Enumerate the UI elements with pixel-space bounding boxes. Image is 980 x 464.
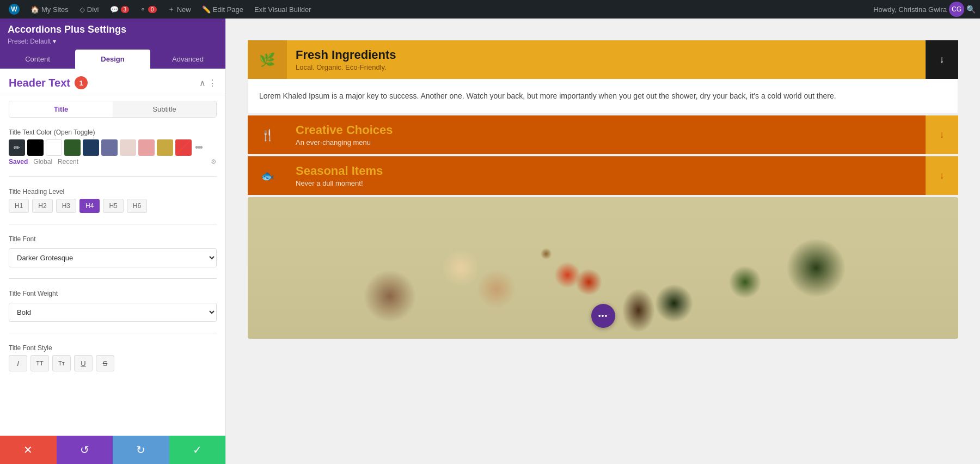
color-settings-icon[interactable]: ⚙	[211, 158, 217, 166]
cancel-button[interactable]: ✕	[0, 436, 57, 464]
accordion-item-2: 🍴 Creative Choices An ever-changing menu…	[248, 115, 958, 154]
section-title-text: Header Text	[9, 77, 70, 89]
heading-level-section: Title Heading Level H1 H2 H3 H4 H5 H6	[0, 182, 225, 218]
accordion-text-1: Fresh Ingredients Local. Organic. Eco-Fr…	[287, 40, 926, 79]
color-tab-saved[interactable]: Saved	[9, 158, 28, 166]
undo-button[interactable]: ↺	[57, 436, 113, 464]
font-weight-label: Title Font Weight	[9, 290, 217, 297]
bubble-menu[interactable]: ⚬ 0	[136, 0, 161, 19]
accordion-toggle-2[interactable]: ↓	[926, 115, 958, 154]
accordion-text-3: Seasonal Items Never a dull moment!	[287, 156, 926, 195]
eyedropper-icon: ✏	[14, 143, 20, 152]
panel-header: Accordions Plus Settings Preset: Default…	[0, 19, 225, 50]
exit-builder-button[interactable]: Exit Visual Builder	[250, 0, 316, 19]
uppercase-button[interactable]: TT	[30, 355, 49, 371]
accordion-text-2: Creative Choices An ever-changing menu	[287, 115, 926, 154]
panel-preset[interactable]: Preset: Default ▾	[8, 38, 218, 45]
toggle-icon-2: ↓	[940, 129, 945, 141]
swatch-clear[interactable]	[175, 139, 192, 156]
accordion-title-2: Creative Choices	[296, 123, 917, 137]
toggle-icon-3: ↓	[940, 170, 945, 181]
divi-icon: ◇	[79, 5, 85, 14]
sub-tabs: Title Subtitle	[9, 101, 217, 118]
heading-h3[interactable]: H3	[56, 199, 76, 213]
tab-advanced[interactable]: Advanced	[150, 50, 225, 69]
plus-icon: ＋	[168, 4, 175, 14]
edit-page-link[interactable]: ✏️ Edit Page	[198, 0, 248, 19]
accordion-item-1: 🌿 Fresh Ingredients Local. Organic. Eco-…	[248, 40, 958, 113]
font-select[interactable]: Darker Grotesque	[9, 248, 217, 267]
font-weight-select[interactable]: Bold	[9, 303, 217, 322]
accordion-subtitle-3: Never a dull moment!	[296, 179, 917, 187]
swatch-black[interactable]	[27, 139, 44, 156]
strikethrough-button[interactable]: S	[96, 355, 114, 371]
underline-button[interactable]: U	[74, 355, 93, 371]
heading-h1[interactable]: H1	[9, 199, 29, 213]
section-header: Header Text 1 ∧ ⋮	[0, 69, 225, 95]
swatch-light-pink[interactable]	[120, 139, 136, 156]
tab-content[interactable]: Content	[0, 50, 75, 69]
sub-tab-subtitle[interactable]: Subtitle	[113, 101, 216, 117]
settings-panel: Accordions Plus Settings Preset: Default…	[0, 19, 226, 464]
wp-admin-bar: W 🏠 My Sites ◇ Divi 💬 3 ⚬ 0 ＋ New ✏️ Edi…	[0, 0, 980, 19]
eyedropper-swatch[interactable]: ✏	[9, 139, 25, 156]
divider	[9, 176, 217, 177]
wp-logo[interactable]: W	[4, 0, 24, 19]
save-button[interactable]: ✓	[169, 436, 226, 464]
color-field-label: Title Text Color (Open Toggle)	[9, 129, 217, 136]
search-button[interactable]: 🔍	[966, 5, 976, 14]
divi-menu[interactable]: ◇ Divi	[75, 0, 103, 19]
swatch-white[interactable]	[46, 139, 62, 156]
user-avatar[interactable]: CG	[949, 2, 964, 17]
main-layout: Accordions Plus Settings Preset: Default…	[0, 19, 980, 464]
howdy-text: Howdy, Christina Gwira	[873, 5, 947, 14]
pencil-icon: ✏️	[202, 5, 211, 14]
floating-action-button[interactable]	[591, 304, 615, 328]
heading-levels: H1 H2 H3 H4 H5 H6	[9, 199, 217, 213]
color-tab-global[interactable]: Global	[33, 158, 52, 166]
comments-badge: 3	[121, 6, 130, 13]
comments-menu[interactable]: 💬 3	[106, 0, 134, 19]
collapse-section-button[interactable]: ∧	[199, 78, 206, 88]
swatch-gold[interactable]	[157, 139, 173, 156]
heading-h5[interactable]: H5	[103, 199, 123, 213]
section-actions: ∧ ⋮	[199, 78, 217, 88]
capitalize-button[interactable]: Tт	[52, 355, 71, 371]
accordion-toggle-1[interactable]: ↓	[926, 40, 958, 79]
accordion-header-3[interactable]: 🐟 Seasonal Items Never a dull moment! ↓	[248, 156, 958, 195]
font-style-buttons: I TT Tт U S	[9, 355, 217, 371]
redo-icon: ↻	[136, 443, 145, 456]
divider3	[9, 278, 217, 279]
toggle-icon-1: ↓	[940, 54, 945, 65]
tab-design[interactable]: Design	[75, 50, 150, 69]
accordion-icon-1: 🌿	[248, 40, 287, 79]
redo-button[interactable]: ↻	[113, 436, 169, 464]
bottom-action-bar: ✕ ↺ ↻ ✓	[0, 436, 225, 464]
accordion-icon-2: 🍴	[248, 115, 287, 154]
color-tab-recent[interactable]: Recent	[58, 158, 78, 166]
swatch-dark-green[interactable]	[64, 139, 81, 156]
undo-icon: ↺	[80, 443, 89, 456]
swatch-purple-gray[interactable]	[101, 139, 118, 156]
heading-h6[interactable]: H6	[127, 199, 147, 213]
color-tabs: Saved Global Recent ⚙	[9, 158, 217, 166]
accordion-toggle-3[interactable]: ↓	[926, 156, 958, 195]
section-menu-button[interactable]: ⋮	[208, 78, 217, 88]
heading-h4[interactable]: H4	[79, 199, 100, 213]
swatch-pink[interactable]	[138, 139, 155, 156]
font-style-section: Title Font Style I TT Tт U S	[0, 339, 225, 377]
edit-page-label: Edit Page	[213, 5, 243, 14]
swatch-dark-blue[interactable]	[83, 139, 99, 156]
my-sites-menu[interactable]: 🏠 My Sites	[26, 0, 73, 19]
accordion-icon-3: 🐟	[248, 156, 287, 195]
italic-button[interactable]: I	[9, 355, 27, 371]
new-button[interactable]: ＋ New	[163, 0, 195, 19]
accordion-header-1[interactable]: 🌿 Fresh Ingredients Local. Organic. Eco-…	[248, 40, 958, 79]
heading-level-label: Title Heading Level	[9, 188, 217, 196]
accordion-header-2[interactable]: 🍴 Creative Choices An ever-changing menu…	[248, 115, 958, 154]
my-sites-label: My Sites	[41, 5, 69, 14]
heading-h2[interactable]: H2	[32, 199, 52, 213]
divider4	[9, 333, 217, 333]
color-field-section: Title Text Color (Open Toggle) ✏	[0, 123, 225, 171]
sub-tab-title[interactable]: Title	[9, 101, 113, 117]
